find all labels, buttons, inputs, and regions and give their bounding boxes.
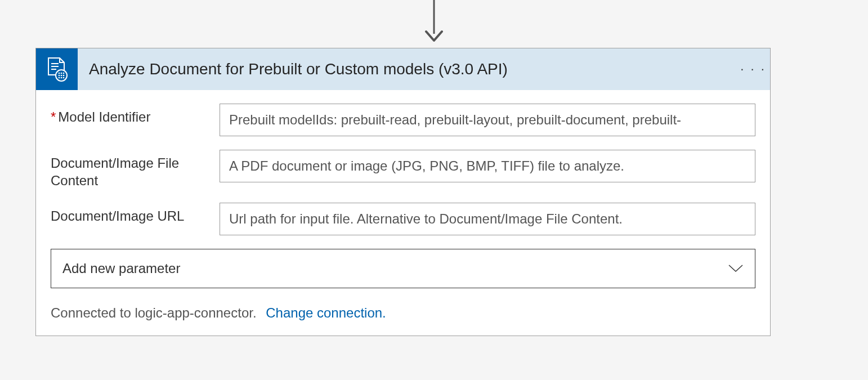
svg-point-4 (59, 73, 60, 74)
required-asterisk: * (51, 109, 56, 124)
connected-text: Connected to logic-app-connector. (51, 305, 257, 320)
field-label: Document/Image File Content (51, 150, 220, 189)
action-card: Analyze Document for Prebuilt or Custom … (35, 48, 771, 336)
field-label: *Model Identifier (51, 104, 220, 126)
image-url-input[interactable] (220, 203, 755, 235)
svg-point-6 (63, 73, 65, 74)
card-body: *Model Identifier Document/Image File Co… (36, 90, 770, 336)
field-label: Document/Image URL (51, 203, 220, 225)
document-analyze-icon (36, 48, 78, 90)
field-row-image-url: Document/Image URL (51, 203, 755, 235)
file-content-input[interactable] (220, 150, 755, 182)
arrow-line (433, 0, 435, 34)
card-title: Analyze Document for Prebuilt or Custom … (78, 60, 736, 78)
more-menu-button[interactable]: · · · (736, 48, 770, 90)
svg-point-7 (59, 75, 60, 77)
connection-footer: Connected to logic-app-connector. Change… (51, 305, 755, 321)
field-row-file-content: Document/Image File Content (51, 150, 755, 189)
model-identifier-input[interactable] (220, 104, 755, 136)
add-parameter-label: Add new parameter (62, 261, 180, 276)
add-parameter-dropdown[interactable]: Add new parameter (51, 249, 755, 288)
field-row-model-identifier: *Model Identifier (51, 104, 755, 136)
flow-arrow-connector (423, 0, 445, 48)
svg-point-8 (61, 75, 62, 77)
card-header[interactable]: Analyze Document for Prebuilt or Custom … (36, 48, 770, 90)
svg-point-5 (61, 73, 62, 74)
svg-point-10 (59, 77, 60, 79)
change-connection-link[interactable]: Change connection. (266, 305, 386, 320)
chevron-down-icon (728, 264, 744, 273)
svg-point-9 (63, 75, 65, 77)
svg-point-12 (63, 77, 65, 79)
svg-point-11 (61, 77, 62, 79)
ellipsis-icon: · · · (740, 62, 766, 77)
